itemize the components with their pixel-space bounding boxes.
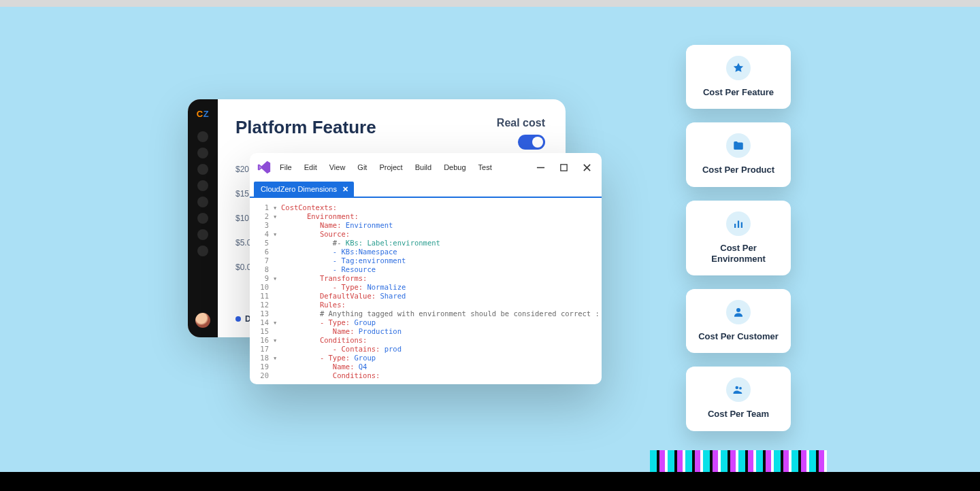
code-line: 12 Rules: xyxy=(250,301,602,309)
line-number: 12 xyxy=(250,301,273,309)
line-number: 11 xyxy=(250,292,273,301)
code-content: CostContexts: xyxy=(281,203,337,212)
line-number: 14 xyxy=(250,318,273,327)
metric-card[interactable]: Cost Per Customer xyxy=(686,289,791,353)
code-content: Name: Production xyxy=(281,327,402,336)
menu-test[interactable]: Test xyxy=(478,163,492,171)
tab-cloudzero-dimensions[interactable]: CloudZero Dimensions ✕ xyxy=(254,182,354,197)
canvas: CZ Platform Feature Real cost $20. $15. xyxy=(0,7,980,472)
code-content: Rules: xyxy=(281,301,346,309)
line-number: 19 xyxy=(250,362,273,371)
svg-rect-4 xyxy=(734,224,736,228)
code-content: Environment: xyxy=(281,212,359,221)
svg-point-9 xyxy=(739,387,742,390)
fold-toggle-icon[interactable]: ▾ xyxy=(273,336,281,345)
code-content: - Resource xyxy=(281,265,376,274)
fold-toggle-icon xyxy=(273,345,281,354)
metric-card[interactable]: Cost Per Team xyxy=(686,367,791,430)
metric-label: Cost Per Customer xyxy=(693,331,784,342)
sidebar-nav-dot[interactable] xyxy=(197,148,208,158)
menu-build[interactable]: Build xyxy=(415,163,431,171)
metric-card[interactable]: Cost Per Product xyxy=(686,122,791,186)
menu-edit[interactable]: Edit xyxy=(304,163,317,171)
fold-toggle-icon[interactable]: ▾ xyxy=(273,318,281,327)
menu-view[interactable]: View xyxy=(329,163,346,171)
maximize-button[interactable] xyxy=(558,162,569,173)
metric-label: Cost Per Environment xyxy=(693,243,784,265)
tab-close-icon[interactable]: ✕ xyxy=(342,185,348,194)
menu-bar: File Edit View Git Project Build Debug T… xyxy=(280,163,492,171)
code-line: 13 # Anything tagged with environment sh… xyxy=(250,309,602,318)
sidebar-nav-dot[interactable] xyxy=(197,180,208,191)
code-content: Conditions: xyxy=(281,336,367,345)
fold-toggle-icon[interactable]: ▾ xyxy=(273,230,281,239)
tab-bar: CloudZero Dimensions ✕ xyxy=(250,182,602,198)
fold-toggle-icon xyxy=(273,371,281,380)
code-line: 19 Name: Q4 xyxy=(250,362,602,371)
avatar[interactable] xyxy=(195,313,210,328)
svg-point-7 xyxy=(736,308,740,312)
fold-toggle-icon xyxy=(273,327,281,336)
fold-toggle-icon[interactable]: ▾ xyxy=(273,354,281,362)
code-line: 9▾ Transforms: xyxy=(250,274,602,283)
menu-debug[interactable]: Debug xyxy=(444,163,466,171)
code-editor[interactable]: 1▾CostContexts:2▾ Environment:3 Name: En… xyxy=(250,199,602,384)
menu-file[interactable]: File xyxy=(280,163,292,171)
line-number: 6 xyxy=(250,248,273,256)
fold-toggle-icon xyxy=(273,256,281,265)
sidebar-nav-dot[interactable] xyxy=(197,131,208,142)
line-number: 18 xyxy=(250,354,273,362)
fold-toggle-icon[interactable]: ▾ xyxy=(273,203,281,212)
fold-toggle-icon[interactable]: ▾ xyxy=(273,274,281,283)
sidebar-nav-dot[interactable] xyxy=(197,213,208,224)
line-number: 1 xyxy=(250,203,273,212)
line-number: 3 xyxy=(250,221,273,230)
sidebar-nav-dot[interactable] xyxy=(197,229,208,240)
menu-project[interactable]: Project xyxy=(379,163,402,171)
sidebar-nav-dot[interactable] xyxy=(197,197,208,207)
real-cost-toggle[interactable] xyxy=(518,135,545,150)
svg-rect-1 xyxy=(560,164,566,170)
line-number: 9 xyxy=(250,274,273,283)
svg-rect-6 xyxy=(741,222,742,227)
code-content: Name: Environment xyxy=(281,221,393,230)
line-number: 20 xyxy=(250,371,273,380)
metric-label: Cost Per Feature xyxy=(693,87,784,98)
menu-git[interactable]: Git xyxy=(357,163,367,171)
fold-toggle-icon xyxy=(273,362,281,371)
fold-toggle-icon xyxy=(273,248,281,256)
svg-rect-5 xyxy=(738,220,739,228)
line-number: 8 xyxy=(250,265,273,274)
sidebar-nav-dot[interactable] xyxy=(197,164,208,175)
code-line: 14▾ - Type: Group xyxy=(250,318,602,327)
code-line: 7 - Tag:environment xyxy=(250,256,602,265)
minimize-button[interactable] xyxy=(535,162,546,173)
line-number: 2 xyxy=(250,212,273,221)
code-content: - Type: Group xyxy=(281,318,376,327)
line-number: 15 xyxy=(250,327,273,336)
logo-cz: CZ xyxy=(197,109,209,119)
person-icon xyxy=(726,300,751,324)
metric-card[interactable]: Cost Per Environment xyxy=(686,201,791,276)
metric-card[interactable]: Cost Per Feature xyxy=(686,45,791,109)
code-content: Source: xyxy=(281,230,350,239)
code-line: 20 Conditions: xyxy=(250,371,602,380)
real-cost-label: Real cost xyxy=(497,117,545,129)
close-button[interactable] xyxy=(581,162,592,173)
metrics-column: Cost Per FeatureCost Per ProductCost Per… xyxy=(686,45,791,431)
code-content: Conditions: xyxy=(281,371,380,380)
visual-studio-icon xyxy=(257,160,272,175)
code-line: 17 - Contains: prod xyxy=(250,345,602,354)
line-number: 4 xyxy=(250,230,273,239)
code-content: Name: Q4 xyxy=(281,362,367,371)
line-number: 7 xyxy=(250,256,273,265)
fold-toggle-icon xyxy=(273,301,281,309)
code-line: 11 DefaultValue: Shared xyxy=(250,292,602,301)
code-line: 18▾ - Type: Group xyxy=(250,354,602,362)
top-strip xyxy=(0,0,980,7)
code-line: 10 - Type: Normalize xyxy=(250,283,602,292)
window-controls xyxy=(535,162,592,173)
fold-toggle-icon[interactable]: ▾ xyxy=(273,212,281,221)
sidebar-nav-dot[interactable] xyxy=(197,245,208,256)
code-content: - Type: Group xyxy=(281,354,376,362)
